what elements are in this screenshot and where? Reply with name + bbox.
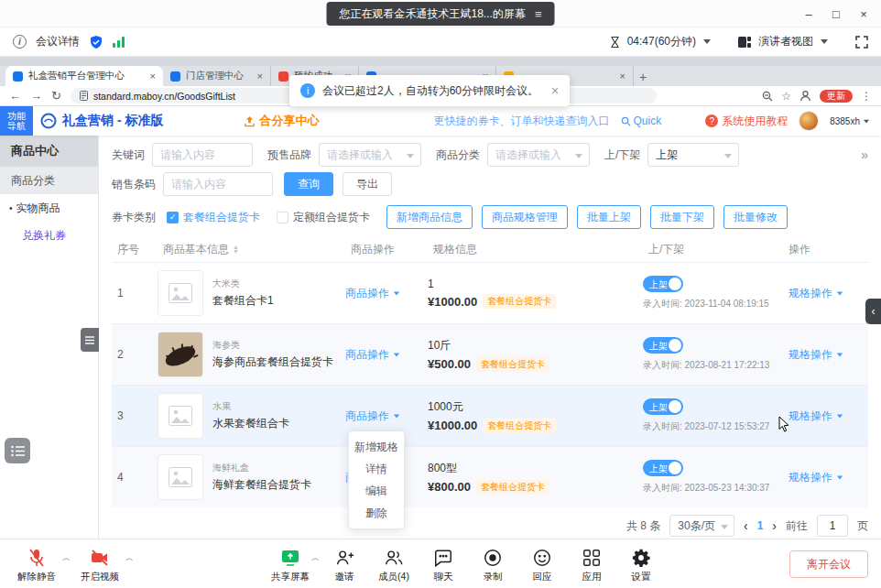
sort-icons[interactable]: ▲▼ bbox=[233, 245, 239, 254]
checkbox-fixed-card[interactable]: 定额组合提货卡 bbox=[277, 210, 370, 225]
page-info-icon[interactable] bbox=[80, 91, 88, 101]
browser-tab[interactable]: 门店管理中心 × bbox=[163, 66, 271, 86]
spec-manage-button[interactable]: 商品规格管理 bbox=[482, 205, 568, 229]
profile-icon[interactable] bbox=[799, 90, 811, 102]
goods-op-dropdown[interactable]: 商品操作 bbox=[345, 347, 428, 363]
banner-menu-icon[interactable]: ≡ bbox=[535, 7, 542, 21]
sidebar-item-goods-category[interactable]: 商品分类 bbox=[0, 167, 98, 194]
brand-select[interactable]: 请选择或输入 bbox=[319, 143, 421, 167]
floating-list-button[interactable] bbox=[5, 438, 30, 463]
checkbox-combo-card[interactable]: ✓ 套餐组合提货卡 bbox=[167, 210, 260, 225]
status-toggle[interactable]: 上架 bbox=[643, 398, 683, 415]
card-type-tag: 套餐组合提货卡 bbox=[483, 294, 556, 309]
spec-op-label: 规格操作 bbox=[789, 286, 832, 301]
sidebar-collapse-handle[interactable] bbox=[81, 328, 99, 352]
bookmark-star-icon[interactable]: ☆ bbox=[781, 90, 791, 103]
meeting-details-link[interactable]: 会议详情 bbox=[36, 34, 80, 49]
menu-item-edit[interactable]: 编辑 bbox=[349, 480, 404, 502]
goods-op-menu: 新增规格 详情 编辑 删除 bbox=[348, 430, 405, 529]
entry-time: 录入时间: 2023-05-23 14:30:37 bbox=[643, 482, 776, 495]
menu-item-delete[interactable]: 删除 bbox=[349, 502, 404, 524]
new-tab-button[interactable]: + bbox=[634, 68, 652, 86]
camera-options-caret-icon[interactable]: ︿ bbox=[125, 552, 134, 564]
sidebar-item-gift-voucher[interactable]: 兑换礼券 bbox=[0, 222, 98, 249]
goods-op-dropdown[interactable]: 商品操作 bbox=[345, 408, 428, 424]
tab-close-icon[interactable]: × bbox=[620, 71, 625, 82]
goods-op-dropdown[interactable]: 商品操作 bbox=[345, 286, 428, 301]
user-avatar[interactable] bbox=[799, 111, 819, 131]
leave-meeting-button[interactable]: 离开会议 bbox=[789, 550, 868, 578]
record-button[interactable]: 录制 bbox=[468, 546, 517, 583]
zoom-icon[interactable] bbox=[762, 91, 773, 102]
meeting-toolbar: 解除静音 ︿ 开启视频 ︿ 共享屏幕 ︿ 邀请 成员(4) bbox=[0, 539, 881, 588]
apps-button[interactable]: 应用 bbox=[567, 546, 616, 583]
category-select[interactable]: 请选择或输入 bbox=[487, 143, 590, 167]
batch-off-shelf-button[interactable]: 批量下架 bbox=[650, 205, 714, 229]
goto-page-input[interactable] bbox=[817, 515, 848, 537]
barcode-input[interactable] bbox=[163, 172, 273, 196]
reload-icon[interactable]: ↻ bbox=[51, 90, 61, 102]
spec-op-dropdown[interactable]: 规格操作 bbox=[776, 347, 868, 363]
entry-time: 录入时间: 2023-07-12 15:53:27 bbox=[643, 420, 776, 433]
spec-name: 10斤 bbox=[428, 338, 643, 354]
spec-op-dropdown[interactable]: 规格操作 bbox=[776, 470, 868, 485]
export-button[interactable]: 导出 bbox=[343, 172, 392, 196]
batch-on-shelf-button[interactable]: 批量上架 bbox=[577, 205, 641, 229]
start-video-button[interactable]: 开启视频 bbox=[76, 546, 124, 583]
meeting-notification: i 会议已超过2人，自动转为60分钟限时会议。 × bbox=[289, 75, 570, 106]
current-page[interactable]: 1 bbox=[757, 519, 764, 532]
settings-button[interactable]: 设置 bbox=[616, 546, 666, 583]
spec-op-dropdown[interactable]: 规格操作 bbox=[776, 408, 868, 424]
reaction-button[interactable]: 回应 bbox=[517, 546, 567, 583]
sidebar-item-physical-goods[interactable]: • 实物商品 bbox=[0, 194, 98, 222]
close-button[interactable]: × bbox=[850, 0, 877, 27]
timer-dropdown-icon[interactable] bbox=[703, 39, 711, 44]
view-mode-label[interactable]: 演讲者视图 bbox=[758, 34, 813, 49]
browser-update-button[interactable]: 更新 bbox=[820, 90, 853, 103]
shelf-select[interactable]: 上架 bbox=[647, 143, 739, 167]
menu-item-add-spec[interactable]: 新增规格 bbox=[349, 436, 404, 458]
minimize-button[interactable]: – bbox=[795, 0, 822, 27]
spec-op-dropdown[interactable]: 规格操作 bbox=[776, 286, 868, 301]
tab-close-icon[interactable]: × bbox=[150, 71, 156, 82]
mic-muted-icon bbox=[27, 548, 46, 568]
total-count: 共 8 条 bbox=[626, 518, 660, 534]
share-center-link[interactable]: 合分享中心 bbox=[244, 113, 319, 129]
search-button[interactable]: 查询 bbox=[284, 172, 333, 196]
unmute-button[interactable]: 解除静音 bbox=[13, 546, 60, 583]
tab-close-icon[interactable]: × bbox=[257, 71, 263, 82]
username[interactable]: 8385xh bbox=[830, 116, 870, 126]
back-icon[interactable]: ← bbox=[9, 90, 21, 102]
fullscreen-icon[interactable] bbox=[855, 36, 868, 49]
browser-menu-icon[interactable]: ⋮ bbox=[861, 90, 872, 103]
members-button[interactable]: 成员(4) bbox=[369, 546, 419, 583]
share-screen-button[interactable]: 共享屏幕 bbox=[266, 546, 315, 583]
tutorial-link[interactable]: ? 系统使用教程 bbox=[705, 114, 788, 129]
chat-button[interactable]: 聊天 bbox=[419, 546, 468, 583]
add-goods-button[interactable]: 新增商品信息 bbox=[386, 205, 473, 229]
close-icon[interactable]: × bbox=[551, 83, 559, 98]
maximize-button[interactable]: □ bbox=[822, 0, 850, 27]
keyword-input[interactable] bbox=[152, 143, 253, 167]
right-panel-handle[interactable]: ‹ bbox=[865, 299, 881, 324]
share-options-caret-icon[interactable]: ︿ bbox=[311, 552, 320, 564]
function-nav-tab[interactable]: 功能 导航 bbox=[0, 106, 33, 136]
menu-item-detail[interactable]: 详情 bbox=[349, 458, 404, 480]
prev-page-icon[interactable]: ‹ bbox=[744, 518, 748, 533]
status-toggle[interactable]: 上架 bbox=[643, 276, 683, 292]
quick-search-link[interactable]: Quick bbox=[621, 114, 662, 127]
view-dropdown-icon[interactable] bbox=[821, 39, 828, 44]
forward-icon[interactable]: → bbox=[30, 90, 42, 102]
col-goods-info[interactable]: 商品基本信息 ▲▼ bbox=[158, 242, 345, 257]
status-toggle[interactable]: 上架 bbox=[643, 460, 683, 476]
mic-options-caret-icon[interactable]: ︿ bbox=[62, 552, 71, 564]
page-size-select[interactable]: 30条/页 bbox=[669, 515, 734, 537]
browser-tab-active[interactable]: 礼盒营销平台管理中心 × bbox=[5, 66, 163, 86]
toggle-knob bbox=[669, 278, 681, 290]
collapse-panel-icon[interactable]: » bbox=[861, 147, 868, 162]
invite-button[interactable]: 邀请 bbox=[320, 546, 369, 583]
toggle-knob bbox=[669, 400, 681, 413]
batch-edit-button[interactable]: 批量修改 bbox=[723, 205, 788, 229]
status-toggle[interactable]: 上架 bbox=[643, 337, 683, 354]
next-page-icon[interactable]: › bbox=[772, 518, 777, 533]
